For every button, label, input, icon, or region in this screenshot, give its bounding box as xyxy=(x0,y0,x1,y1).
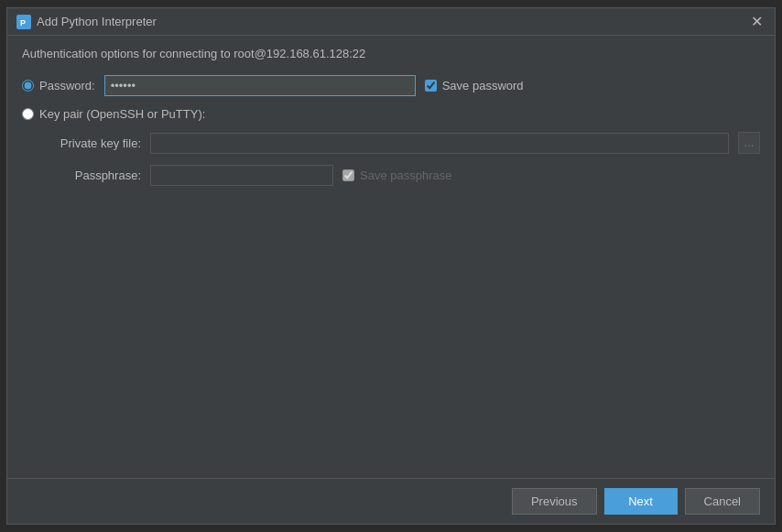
key-pair-radio[interactable] xyxy=(22,108,34,120)
dialog-title: Add Python Interpreter xyxy=(37,15,157,28)
dialog-icon: P xyxy=(16,15,31,29)
save-password-checkbox[interactable] xyxy=(425,80,437,92)
passphrase-row: Passphrase: Save passphrase xyxy=(22,165,760,186)
save-passphrase-label: Save passphrase xyxy=(342,168,451,182)
close-button[interactable]: ✕ xyxy=(747,13,766,31)
auth-description: Authentication options for connecting to… xyxy=(22,47,760,60)
next-button[interactable]: Next xyxy=(604,488,678,515)
password-radio-option[interactable]: Password: xyxy=(22,79,95,92)
dialog-footer: Previous Next Cancel xyxy=(7,478,775,524)
title-bar-left: P Add Python Interpreter xyxy=(16,15,157,29)
private-key-row: Private key file: … xyxy=(22,132,760,154)
browse-button: … xyxy=(738,132,760,154)
private-key-input xyxy=(150,133,729,154)
previous-button[interactable]: Previous xyxy=(512,488,597,515)
add-python-interpreter-dialog: P Add Python Interpreter ✕ Authenticatio… xyxy=(6,7,776,525)
key-pair-radio-label: Key pair (OpenSSH or PuTTY): xyxy=(39,107,205,121)
password-radio-label: Password: xyxy=(39,79,95,92)
passphrase-label: Passphrase: xyxy=(40,168,141,182)
cancel-button[interactable]: Cancel xyxy=(685,488,760,515)
dialog-body: Authentication options for connecting to… xyxy=(7,36,775,478)
save-passphrase-checkbox xyxy=(342,169,354,181)
private-key-label: Private key file: xyxy=(40,136,141,150)
password-radio[interactable] xyxy=(22,80,34,92)
title-bar: P Add Python Interpreter ✕ xyxy=(7,8,775,36)
password-input[interactable] xyxy=(104,75,416,96)
svg-text:P: P xyxy=(20,18,26,27)
password-option-row: Password: Save password xyxy=(22,75,760,96)
save-password-label[interactable]: Save password xyxy=(425,79,524,92)
passphrase-input xyxy=(150,165,333,186)
browse-icon: … xyxy=(744,136,755,149)
key-pair-option-row: Key pair (OpenSSH or PuTTY): xyxy=(22,107,760,121)
key-pair-radio-option[interactable]: Key pair (OpenSSH or PuTTY): xyxy=(22,107,205,121)
